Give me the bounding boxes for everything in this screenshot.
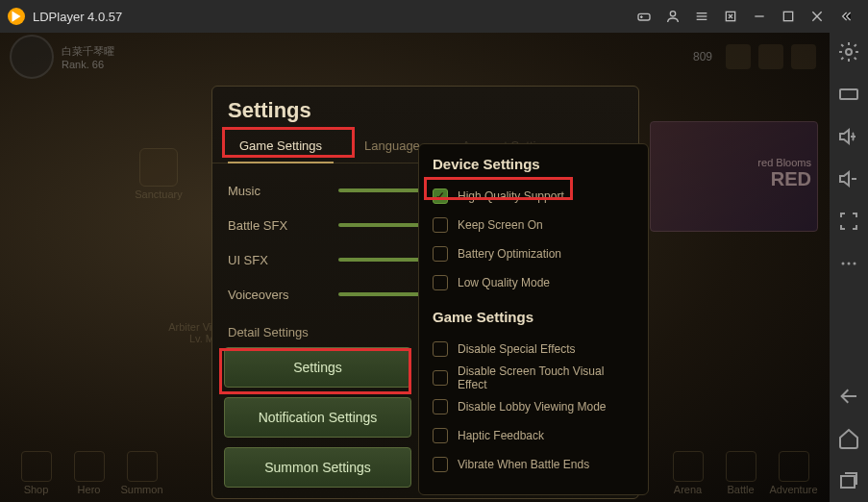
back-icon[interactable] [837,385,860,408]
nav-shop[interactable]: Shop [10,451,62,495]
more-icon[interactable] [837,252,860,275]
minimize-button[interactable] [745,2,774,31]
svg-point-3 [670,12,675,16]
ldplayer-logo-icon [8,8,25,25]
menu-icon[interactable] [687,2,716,31]
device-settings-panel: Device Settings High Quality Support Kee… [418,143,649,495]
fullscreen-icon[interactable] [837,210,860,233]
settings-title: Settings [212,98,638,131]
svg-rect-0 [638,13,650,20]
checkbox-icon [433,246,448,262]
nav-summon[interactable]: Summon [115,451,168,495]
game-settings-header: Game Settings [433,309,634,325]
checkbox-disable-special-effects[interactable]: Disable Special Effects [433,335,634,364]
tab-game-settings[interactable]: Game Settings [228,131,334,163]
gamepad-icon[interactable] [630,2,658,31]
collapse-sidebar-icon[interactable] [831,2,860,31]
checkbox-icon [433,370,448,386]
checkbox-icon [433,341,448,357]
game-viewport: 白菜千琴曜 Rank. 66 809 Sanctuary Arbiter Vil… [0,33,830,502]
close-button[interactable] [803,2,831,31]
notification-settings-button[interactable]: Notification Settings [224,397,411,438]
checkbox-high-quality[interactable]: High Quality Support [433,182,634,211]
checkbox-icon [433,188,448,204]
ui-sfx-slider[interactable] [338,258,425,262]
bottom-navigation: Shop Hero Summon Arena Battle Adventure [0,444,830,502]
svg-rect-9 [783,12,792,20]
svg-point-12 [846,49,852,55]
svg-rect-13 [840,89,857,99]
checkbox-icon [433,428,448,443]
volume-up-icon[interactable] [837,125,860,148]
event-banner[interactable]: red Blooms RED [650,121,818,232]
emulator-sidebar [830,33,868,502]
svg-point-17 [842,263,845,265]
svg-point-19 [854,263,856,265]
checkbox-keep-screen-on[interactable]: Keep Screen On [433,211,634,239]
nav-adventure[interactable]: Adventure [767,451,820,495]
user-icon[interactable] [658,2,687,31]
nav-battle[interactable]: Battle [714,451,767,495]
recent-apps-icon[interactable] [837,469,860,492]
maximize-button[interactable] [774,2,803,31]
checkbox-icon [433,399,448,414]
settings-icon[interactable] [837,40,860,63]
voiceovers-slider[interactable] [338,292,425,296]
music-slider[interactable] [338,188,425,192]
checkbox-battery-optimization[interactable]: Battery Optimization [433,239,634,268]
detail-settings-button[interactable]: Settings [224,347,411,388]
nav-arena[interactable]: Arena [661,451,714,495]
device-settings-header: Device Settings [433,156,634,172]
checkbox-icon [433,217,448,233]
volume-down-icon[interactable] [837,167,860,190]
svg-rect-20 [841,476,855,488]
titlebar: LDPlayer 4.0.57 [0,0,868,33]
checkbox-disable-lobby-viewing[interactable]: Disable Lobby Viewing Mode [433,392,634,421]
checkbox-icon [433,275,448,290]
battle-sfx-slider[interactable] [338,223,425,227]
checkbox-low-quality[interactable]: Low Quality Mode [433,268,634,297]
checkbox-disable-touch-visual[interactable]: Disable Screen Touch Visual Effect [433,364,634,392]
nav-hero[interactable]: Hero [62,451,115,495]
expand-icon[interactable] [716,2,745,31]
svg-point-18 [848,263,851,265]
keyboard-icon[interactable] [837,83,860,106]
sanctuary-building[interactable]: Sanctuary [130,148,187,200]
home-icon[interactable] [837,427,860,450]
window-title: LDPlayer 4.0.57 [33,10,630,24]
